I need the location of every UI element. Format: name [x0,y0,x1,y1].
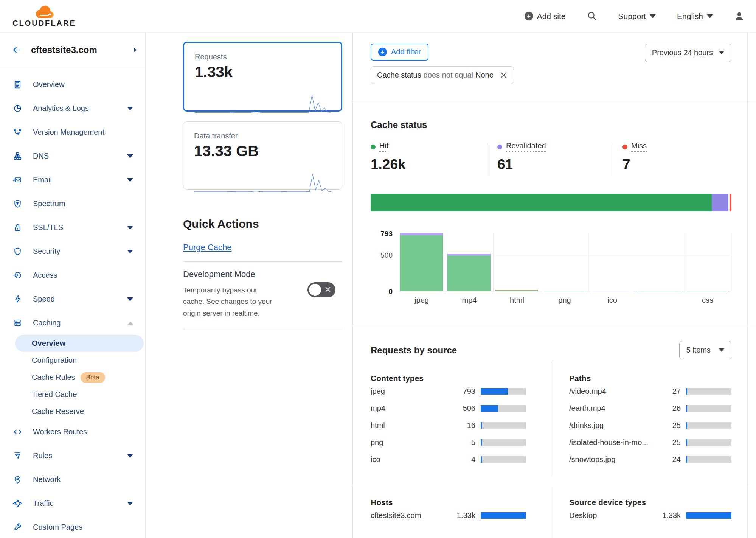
add-site-button[interactable]: + Add site [525,12,566,21]
cache-stat-label[interactable]: Miss [622,141,647,152]
row-bar [481,456,526,463]
back-arrow-icon[interactable] [11,45,22,54]
sidebar-nav: Overview Analytics & Logs Version Manage… [0,67,145,538]
chevron-down-icon [127,297,133,301]
source-table-paths: Paths/video.mp4 27 /earth.mp4 26 /drinks… [551,359,731,468]
sidebar-item-label: Security [33,247,60,256]
sidebar-subitem-configuration[interactable]: Configuration [15,352,144,369]
sidebar-item-rules[interactable]: Rules [0,444,145,468]
time-range-dropdown[interactable]: Previous 24 hours [645,44,731,62]
table-row[interactable]: mp4 506 [371,400,526,417]
table-row[interactable]: Desktop 1.33k [569,507,731,524]
shield-asterisk-icon [12,199,22,208]
sidebar-subitem-overview[interactable]: Overview [15,335,144,352]
sitemap-icon [12,151,22,161]
middle-column: Requests 1.33k Data transfer 13.33 GB Qu… [146,33,353,538]
divider [551,362,551,476]
filter-chip-operator: does not equal [424,71,473,79]
row-label: png [371,438,448,447]
sidebar-subitem-tiered-cache[interactable]: Tiered Cache [15,386,144,403]
bar-html [495,290,538,291]
row-label: /video.mp4 [569,387,654,396]
development-mode-toggle[interactable] [307,282,335,297]
sidebar-item-caching[interactable]: Caching [0,311,145,335]
filter-chip[interactable]: Cache status does not equal None [371,66,514,84]
chevron-down-icon [127,178,133,182]
metric-card-requests[interactable]: Requests 1.33k [183,42,342,112]
table-row[interactable]: /isolated-house-in-mo... 25 [569,434,731,451]
sidebar-item-traffic[interactable]: Traffic [0,491,145,515]
legend-dot-icon [497,145,502,149]
cache-stat-value: 61 [497,157,546,173]
time-range-label: Previous 24 hours [652,48,713,57]
sidebar-item-version-management[interactable]: Version Management [0,120,145,144]
development-mode-row: Development Mode Temporarily bypass our … [183,269,342,319]
chevron-up-icon [128,322,133,325]
metric-card-data-transfer[interactable]: Data transfer 13.33 GB [183,121,342,190]
x-axis-tick: png [541,296,588,305]
table-row[interactable]: /video.mp4 27 [569,383,731,400]
sidebar-item-spectrum[interactable]: Spectrum [0,192,145,216]
language-menu[interactable]: English [677,12,713,21]
row-value: 25 [654,421,681,430]
table-row[interactable]: cftestsite3.com 1.33k [371,507,526,524]
close-icon[interactable] [500,71,508,79]
row-label: ico [371,455,448,464]
cloudflare-wordmark: CLOUDFLARE [12,19,76,28]
row-value: 24 [654,455,681,464]
chart-plot-area [398,233,731,291]
site-switcher[interactable]: cftestsite3.com [0,33,145,67]
metric-card-value: 1.33k [195,64,331,81]
sidebar-item-security[interactable]: Security [0,239,145,263]
row-value: 26 [654,404,681,413]
add-filter-button[interactable]: + Add filter [371,44,428,61]
sidebar-item-speed[interactable]: Speed [0,287,145,311]
user-avatar-icon[interactable] [734,11,745,22]
cache-stat-label[interactable]: Revalidated [497,141,546,152]
chevron-down-icon [127,502,133,505]
chevron-right-icon[interactable] [132,46,138,54]
support-menu[interactable]: Support [618,12,656,21]
gridline [493,233,494,291]
sidebar-item-analytics-logs[interactable]: Analytics & Logs [0,96,145,120]
bar-segment-hit [638,291,681,291]
add-filter-label: Add filter [391,48,421,56]
table-row[interactable]: /earth.mp4 26 [569,400,731,417]
table-row[interactable]: jpeg 793 [371,383,526,400]
sidebar-item-overview[interactable]: Overview [0,73,145,96]
bar-mp4 [447,254,491,291]
legend-dot-icon [371,145,376,149]
sidebar-item-dns[interactable]: DNS [0,144,145,168]
table-row[interactable]: png 5 [371,434,526,451]
cache-stat-label[interactable]: Hit [371,141,388,152]
table-row[interactable]: ico 4 [371,451,526,468]
scrollbar-track[interactable] [747,33,748,538]
sidebar-item-email[interactable]: Email [0,168,145,192]
search-icon[interactable] [587,11,597,21]
beta-badge: Beta [81,372,105,383]
divider [183,261,342,262]
shield-icon [12,247,22,256]
table-row[interactable]: /snowtops.jpg 24 [569,451,731,468]
table-row[interactable]: /drinks.jpg 25 [569,417,731,434]
sidebar-item-workers-routes[interactable]: Workers Routes [0,420,145,444]
row-label: Desktop [569,511,654,520]
purge-cache-link[interactable]: Purge Cache [183,243,231,252]
y-axis-tick: 793 [380,230,393,238]
divider [353,101,756,101]
x-axis-tick: ico [588,296,636,305]
sidebar-subitem-cache-reserve[interactable]: Cache Reserve [15,403,144,420]
source-table-content-types: Content typesjpeg 793 mp4 506 html 16 pn… [371,359,551,468]
sidebar-item-custom-pages[interactable]: Custom Pages [0,515,145,538]
sidebar-item-ssl-tls[interactable]: SSL/TLS [0,216,145,239]
sidebar-item-access[interactable]: Access [0,263,145,287]
items-count-dropdown[interactable]: 5 items [679,341,731,359]
stacked-bar-segment-revalidated [712,194,728,211]
row-value: 793 [448,387,475,396]
sidebar-item-network[interactable]: Network [0,468,145,491]
table-row[interactable]: html 16 [371,417,526,434]
sidebar-subitem-cache-rules[interactable]: Cache RulesBeta [15,369,144,386]
row-value: 5 [448,438,475,447]
sidebar-subitem-label: Overview [32,339,65,348]
cache-stat-miss: Miss 7 [622,141,647,173]
